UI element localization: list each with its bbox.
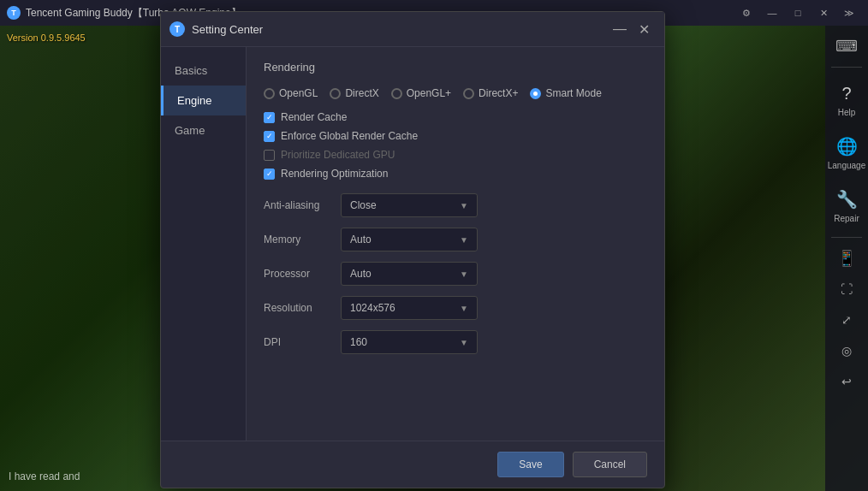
language-icon: 🌐 <box>835 134 859 158</box>
resolution-select[interactable]: 1024x576 ▼ <box>341 296 478 320</box>
radio-directx[interactable]: DirectX <box>330 87 378 99</box>
dpi-value: 160 <box>350 336 367 348</box>
radio-smartmode[interactable]: Smart Mode <box>530 87 601 99</box>
checkbox-rendering-opt-label: Rendering Optimization <box>281 168 388 180</box>
anti-aliasing-select[interactable]: Close ▼ <box>341 193 478 217</box>
checkbox-prioritize-gpu[interactable]: Prioritize Dedicated GPU <box>264 149 647 161</box>
radio-directxplus[interactable]: DirectX+ <box>463 87 518 99</box>
anti-aliasing-value: Close <box>350 199 377 211</box>
checkbox-enforce-global-label: Enforce Global Render Cache <box>281 130 418 142</box>
radio-opengl[interactable]: OpenGL <box>264 87 318 99</box>
help-label: Help <box>838 108 856 117</box>
radio-openglplus-label: OpenGL+ <box>407 87 451 99</box>
radio-opengl-label: OpenGL <box>279 87 318 99</box>
memory-value: Auto <box>350 234 372 246</box>
app-icon: T <box>7 6 21 20</box>
language-label: Language <box>828 161 866 170</box>
dpi-arrow-icon: ▼ <box>460 338 468 347</box>
rendering-section-title: Rendering <box>264 61 647 77</box>
processor-label: Processor <box>264 268 332 280</box>
sidebar-divider-1 <box>831 67 862 68</box>
dialog-content: Rendering OpenGL DirectX OpenGL+ <box>247 47 664 441</box>
checkbox-render-cache-label: Render Cache <box>281 111 347 123</box>
resolution-row: Resolution 1024x576 ▼ <box>264 296 647 320</box>
processor-arrow-icon: ▼ <box>460 269 468 279</box>
nav-item-basics[interactable]: Basics <box>161 56 246 86</box>
dialog-minimize-btn[interactable]: — <box>611 21 628 38</box>
save-button[interactable]: Save <box>497 452 563 477</box>
sidebar-divider-2 <box>831 237 862 238</box>
radio-opengl-circle <box>264 88 275 99</box>
resolution-value: 1024x576 <box>350 302 395 314</box>
checkbox-render-cache-box <box>264 112 275 123</box>
titlebar-minimize-btn[interactable]: — <box>760 3 784 23</box>
memory-arrow-icon: ▼ <box>460 235 468 245</box>
processor-row: Processor Auto ▼ <box>264 262 647 286</box>
sidebar-item-help[interactable]: ? Help <box>828 76 865 122</box>
radio-smartmode-circle <box>530 88 541 99</box>
memory-select[interactable]: Auto ▼ <box>341 228 478 251</box>
dialog-nav: Basics Engine Game <box>161 47 247 441</box>
dialog-body: Basics Engine Game Rendering OpenGL Dire… <box>161 47 664 441</box>
processor-select[interactable]: Auto ▼ <box>341 262 478 286</box>
checkbox-prioritize-gpu-label: Prioritize Dedicated GPU <box>281 149 395 161</box>
nav-item-engine[interactable]: Engine <box>161 86 246 115</box>
radio-directxplus-label: DirectX+ <box>479 87 518 99</box>
render-checkbox-group: Render Cache Enforce Global Render Cache… <box>264 111 647 180</box>
checkbox-rendering-opt-box <box>264 169 275 180</box>
titlebar-maximize-btn[interactable]: □ <box>786 3 810 23</box>
repair-icon: 🔧 <box>835 187 859 211</box>
render-mode-group: OpenGL DirectX OpenGL+ DirectX+ <box>264 87 647 99</box>
resolution-arrow-icon: ▼ <box>460 304 468 313</box>
titlebar-close-btn[interactable]: ✕ <box>812 3 835 23</box>
dpi-label: DPI <box>264 336 332 348</box>
help-icon: ? <box>835 81 859 105</box>
checkbox-enforce-global-box <box>264 131 275 142</box>
setting-center-dialog: T Setting Center — ✕ Basics Engine Game … <box>160 11 665 488</box>
radio-directxplus-circle <box>463 88 474 99</box>
radio-openglplus-circle <box>391 88 402 99</box>
dialog-close-btn[interactable]: ✕ <box>635 21 652 38</box>
anti-aliasing-label: Anti-aliasing <box>264 199 332 211</box>
titlebar-controls: ⚙ — □ ✕ ≫ <box>734 3 861 23</box>
memory-label: Memory <box>264 234 332 246</box>
checkbox-render-cache[interactable]: Render Cache <box>264 111 647 123</box>
phone-icon-btn[interactable]: 📱 <box>835 246 859 270</box>
titlebar-sidebar-btn[interactable]: ≫ <box>837 3 861 23</box>
dialog-footer: Save Cancel <box>161 441 664 488</box>
checkbox-rendering-opt[interactable]: Rendering Optimization <box>264 168 647 180</box>
titlebar-settings-btn[interactable]: ⚙ <box>734 3 758 23</box>
memory-row: Memory Auto ▼ <box>264 228 647 251</box>
resize-icon-btn[interactable]: ⤢ <box>835 308 859 332</box>
radio-openglplus[interactable]: OpenGL+ <box>391 87 451 99</box>
right-sidebar: ⌨ ? Help 🌐 Language 🔧 Repair 📱 ⛶ ⤢ ◎ ↩ <box>825 26 868 491</box>
sidebar-item-language[interactable]: 🌐 Language <box>828 129 865 175</box>
dpi-select[interactable]: 160 ▼ <box>341 330 478 354</box>
fullscreen-icon-btn[interactable]: ⛶ <box>835 277 859 301</box>
checkbox-prioritize-gpu-box <box>264 150 275 161</box>
nav-item-game[interactable]: Game <box>161 115 246 145</box>
anti-aliasing-arrow-icon: ▼ <box>460 201 468 210</box>
radio-directx-circle <box>330 88 341 99</box>
dialog-icon: T <box>169 21 185 37</box>
radio-smartmode-label: Smart Mode <box>545 87 601 99</box>
keyboard-icon-btn[interactable]: ⌨ <box>835 34 859 58</box>
processor-value: Auto <box>350 268 372 280</box>
back-icon-btn[interactable]: ↩ <box>835 370 859 393</box>
dialog-titlebar: T Setting Center — ✕ <box>161 12 664 47</box>
repair-label: Repair <box>834 214 859 223</box>
sidebar-item-repair[interactable]: 🔧 Repair <box>828 182 865 228</box>
checkbox-enforce-global[interactable]: Enforce Global Render Cache <box>264 130 647 142</box>
record-icon-btn[interactable]: ◎ <box>835 339 859 363</box>
dialog-backdrop: T Setting Center — ✕ Basics Engine Game … <box>0 26 825 491</box>
dialog-title: Setting Center <box>192 23 611 36</box>
resolution-label: Resolution <box>264 302 332 314</box>
cancel-button[interactable]: Cancel <box>573 452 647 477</box>
dpi-row: DPI 160 ▼ <box>264 330 647 354</box>
radio-directx-label: DirectX <box>345 87 378 99</box>
anti-aliasing-row: Anti-aliasing Close ▼ <box>264 193 647 217</box>
